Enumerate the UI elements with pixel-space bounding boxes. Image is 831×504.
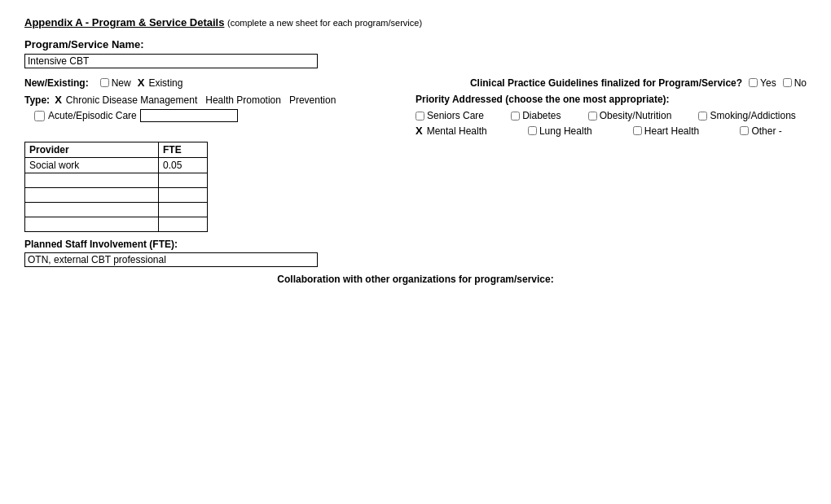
existing-x-mark: X [138, 77, 145, 89]
program-service-name-label: Program/Service Name: [24, 38, 807, 50]
acute-label: Acute/Episodic Care [48, 110, 137, 121]
lung-label: Lung Health [539, 125, 592, 137]
smoking-checkbox[interactable] [698, 112, 707, 121]
acute-input-box [140, 109, 238, 122]
obesity-label: Obesity/Nutrition [600, 110, 672, 121]
priority-label: Priority Addressed (choose the one most … [416, 94, 807, 105]
clinical-guidelines-label: Clinical Practice Guidelines finalized f… [470, 77, 742, 89]
fte-col-header: FTE [159, 142, 208, 158]
chronic-x-mark: X [55, 94, 62, 106]
planned-staff-input[interactable] [24, 252, 318, 267]
new-label: New [112, 77, 131, 89]
heart-checkbox[interactable] [633, 126, 642, 135]
chronic-disease-label: Chronic Disease Management [66, 94, 197, 106]
fte-cell [159, 217, 208, 232]
existing-label: Existing [148, 77, 182, 89]
provider-cell [25, 203, 159, 217]
fte-cell [159, 203, 208, 217]
seniors-label: Seniors Care [427, 110, 484, 121]
fte-cell: 0.05 [159, 158, 208, 173]
heart-label: Heart Health [644, 125, 699, 137]
provider-col-header: Provider [25, 142, 159, 158]
obesity-checkbox[interactable] [588, 112, 597, 121]
smoking-label: Smoking/Addictions [710, 110, 795, 121]
provider-cell [25, 173, 159, 188]
provider-cell [25, 188, 159, 203]
yes-checkbox[interactable] [749, 78, 758, 87]
table-row [25, 188, 208, 203]
lung-checkbox[interactable] [528, 126, 537, 135]
mental-health-x-mark: X [416, 125, 423, 137]
table-row [25, 203, 208, 217]
diabetes-checkbox[interactable] [511, 112, 520, 121]
diabetes-label: Diabetes [522, 110, 561, 121]
table-row [25, 173, 208, 188]
other-label: Other - [751, 125, 781, 137]
table-row: Social work0.05 [25, 158, 208, 173]
new-existing-label: New/Existing: [24, 77, 89, 89]
acute-checkbox[interactable] [34, 111, 45, 121]
provider-cell [25, 217, 159, 232]
collab-label: Collaboration with other organizations f… [24, 274, 807, 285]
provider-cell: Social work [25, 158, 159, 173]
other-checkbox[interactable] [740, 126, 749, 135]
new-checkbox[interactable] [100, 78, 109, 87]
fte-cell [159, 173, 208, 188]
subtitle: (complete a new sheet for each program/s… [227, 18, 422, 28]
fte-cell [159, 188, 208, 203]
health-promotion-label: Health Promotion [205, 94, 281, 106]
staff-table: Provider FTE Social work0.05 [24, 142, 208, 232]
no-checkbox[interactable] [783, 78, 792, 87]
page-title: Appendix A - Program & Service Details (… [24, 16, 807, 28]
seniors-checkbox[interactable] [416, 112, 424, 121]
planned-staff-label: Planned Staff Involvement (FTE): [24, 239, 807, 250]
appendix-link: Appendix A - Program & Service Details [24, 16, 224, 28]
no-label: No [794, 77, 807, 89]
mental-health-label: Mental Health [427, 125, 487, 137]
table-row [25, 217, 208, 232]
yes-label: Yes [760, 77, 776, 89]
type-label: Type: [24, 94, 50, 106]
program-service-name-input[interactable] [24, 54, 318, 68]
prevention-label: Prevention [289, 94, 336, 106]
